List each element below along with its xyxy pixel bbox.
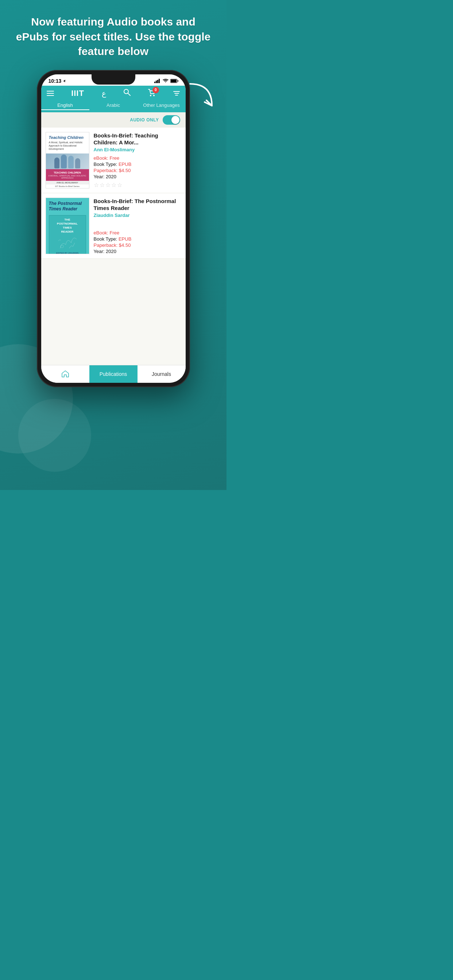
- cover-drawings-2: [51, 234, 83, 252]
- location-icon: [63, 79, 66, 83]
- menu-button[interactable]: [47, 91, 54, 96]
- books-list: Teaching Children A Moral, Spiritual, an…: [41, 127, 186, 365]
- signal-icon: [154, 79, 161, 83]
- audio-label: AUDIO ONLY: [130, 118, 159, 123]
- book-type-1: Book Type: EPUB: [94, 162, 181, 167]
- book-item-1[interactable]: Teaching Children A Moral, Spiritual, an…: [41, 127, 186, 193]
- bottom-nav: Publications Journals: [41, 365, 186, 383]
- nav-home[interactable]: [41, 365, 89, 383]
- cover-photo-1: [46, 153, 89, 170]
- svg-rect-0: [154, 82, 155, 83]
- hamburger-icon: [47, 91, 54, 96]
- home-icon: [61, 370, 70, 379]
- language-tabs: English Arabic Other Languages: [41, 101, 186, 112]
- book-cover-1: Teaching Children A Moral, Spiritual, an…: [46, 132, 89, 188]
- filter-button[interactable]: [173, 91, 180, 95]
- svg-point-7: [124, 89, 128, 94]
- svg-point-9: [150, 95, 152, 96]
- book-type-2: Book Type: EPUB: [94, 236, 181, 242]
- cart-badge: 0: [152, 87, 159, 93]
- book-paperback-1: Paperback: $4.50: [94, 168, 181, 173]
- phone-notch: [91, 75, 135, 84]
- book-author-1[interactable]: Ann El-Moslimany: [94, 147, 181, 153]
- tab-english[interactable]: English: [41, 101, 89, 110]
- book-ebook-2: eBook: Free: [94, 230, 181, 235]
- nav-publications[interactable]: Publications: [89, 365, 137, 383]
- hero-title: Now featuring Audio books and ePubs for …: [14, 14, 212, 59]
- book-title-1: Books-In-Brief: Teaching Children: A Mor…: [94, 132, 181, 146]
- book-author-2[interactable]: Ziauddin Sardar: [94, 213, 181, 218]
- svg-rect-3: [159, 79, 160, 83]
- svg-line-8: [128, 93, 130, 95]
- search-icon: [123, 89, 131, 96]
- svg-rect-2: [157, 80, 158, 83]
- book-info-1: Books-In-Brief: Teaching Children: A Mor…: [94, 132, 181, 188]
- book-cover-2: The Postnormal Times Reader THE POSTNORM…: [46, 197, 89, 254]
- book-rating-1[interactable]: ☆ ☆ ☆ ☆ ☆: [94, 181, 181, 188]
- svg-rect-5: [171, 80, 177, 83]
- book-item-2[interactable]: The Postnormal Times Reader THE POSTNORM…: [41, 193, 186, 259]
- journals-label: Journals: [152, 371, 171, 377]
- status-time: 10:13: [48, 78, 67, 84]
- app-logo: IIIT: [71, 89, 84, 98]
- wifi-icon: [163, 79, 169, 83]
- svg-rect-6: [178, 80, 179, 82]
- book-paperback-2: Paperback: $4.50: [94, 242, 181, 248]
- children-figures: [54, 154, 80, 169]
- audio-toggle-row: AUDIO ONLY: [41, 112, 186, 127]
- phone-frame: 10:13: [37, 70, 190, 387]
- cart-button[interactable]: 0: [148, 89, 156, 98]
- phone-screen: 10:13: [41, 75, 186, 383]
- tab-other-languages[interactable]: Other Languages: [137, 101, 186, 110]
- toggle-knob: [171, 116, 179, 124]
- arrow-indicator: [187, 80, 215, 118]
- tab-arabic[interactable]: Arabic: [89, 101, 137, 110]
- battery-icon: [170, 79, 179, 83]
- audio-toggle[interactable]: [163, 115, 180, 125]
- book-year-1: Year: 2020: [94, 174, 181, 180]
- hero-section: Now featuring Audio books and ePubs for …: [0, 0, 226, 66]
- svg-point-11: [61, 245, 64, 248]
- cover-top-1: Teaching Children A Moral, Spiritual, an…: [46, 132, 89, 153]
- book-title-2: Books-In-Brief: The Postnormal Times Rea…: [94, 197, 181, 212]
- nav-journals[interactable]: Journals: [137, 365, 186, 383]
- cover-bottom-1: TEACHING CHILDREN A MORAL, SPIRITUAL AND…: [46, 169, 89, 180]
- cover-inner-2: THE POSTNORMAL TIMES READER E: [49, 215, 86, 254]
- svg-rect-1: [156, 81, 157, 83]
- status-icons: [154, 79, 179, 83]
- search-button[interactable]: [123, 89, 131, 98]
- book-info-2: Books-In-Brief: The Postnormal Times Rea…: [94, 197, 181, 254]
- arabic-icon[interactable]: ع: [102, 89, 106, 98]
- svg-point-10: [153, 95, 155, 96]
- book-year-2: Year: 2020: [94, 249, 181, 254]
- book-ebook-1: eBook: Free: [94, 155, 181, 161]
- publications-label: Publications: [100, 371, 127, 377]
- app-header: IIIT ع 0: [41, 86, 186, 101]
- bg-decor-2: [18, 399, 91, 472]
- filter-icon: [173, 91, 180, 95]
